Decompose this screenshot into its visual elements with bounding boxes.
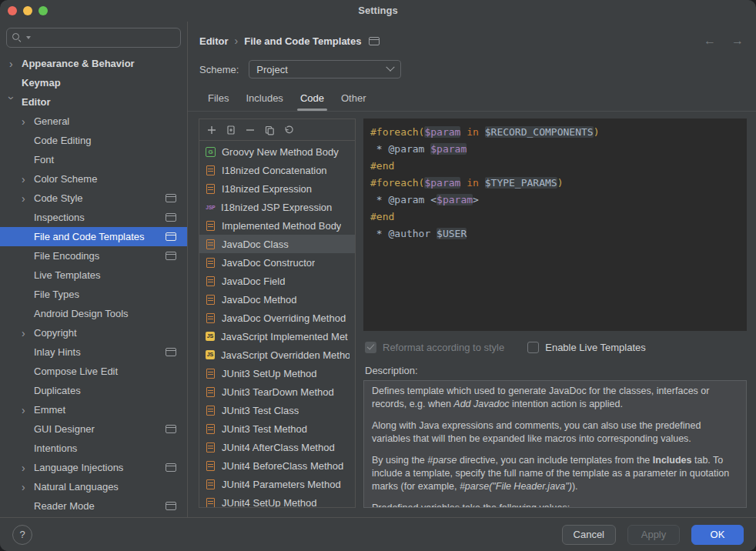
template-item-junit4-beforeclass-method[interactable]: JUnit4 BeforeClass Method — [199, 456, 355, 475]
chevron-right-icon[interactable]: › — [22, 482, 34, 493]
sidebar-item-file-and-code-templates[interactable]: ›File and Code Templates — [0, 227, 187, 246]
sidebar-item-font[interactable]: ›Font — [0, 150, 187, 169]
breadcrumb-editor[interactable]: Editor — [199, 35, 229, 47]
template-item-i18nized-expression[interactable]: I18nized Expression — [199, 179, 355, 198]
sidebar-item-file-encodings[interactable]: ›File Encodings — [0, 246, 187, 265]
search-history-chevron-icon[interactable] — [26, 36, 31, 39]
template-item-junit3-setup-method[interactable]: JUnit3 SetUp Method — [199, 364, 355, 382]
chevron-right-icon[interactable]: › — [22, 463, 34, 473]
tab-code[interactable]: Code — [292, 89, 333, 110]
template-item-junit4-parameters-method[interactable]: JUnit4 Parameters Method — [199, 475, 355, 493]
template-item-javadoc-field[interactable]: JavaDoc Field — [199, 272, 355, 290]
search-input[interactable] — [35, 32, 175, 45]
sidebar-item-code-style[interactable]: ›Code Style — [0, 189, 187, 208]
tab-includes[interactable]: Includes — [237, 89, 291, 110]
sidebar-item-reader-mode[interactable]: ›Reader Mode — [0, 496, 187, 516]
sidebar-item-label: Natural Languages — [34, 481, 119, 493]
sidebar-item-inlay-hints[interactable]: ›Inlay Hints — [0, 342, 187, 362]
sidebar-item-language-injections[interactable]: ›Language Injections — [0, 458, 187, 477]
template-panes: GGroovy New Method BodyI18nized Concaten… — [199, 119, 747, 508]
template-item-junit3-test-class[interactable]: JUnit3 Test Class — [199, 401, 355, 419]
template-item-i18nized-concatenation[interactable]: I18nized Concatenation — [199, 161, 355, 179]
sidebar-item-emmet[interactable]: ›Emmet — [0, 400, 187, 419]
chevron-right-icon[interactable]: › — [22, 405, 34, 416]
remove-template-icon[interactable] — [242, 122, 259, 139]
template-item-label: JUnit3 TearDown Method — [222, 386, 334, 398]
template-item-junit4-afterclass-method[interactable]: JUnit4 AfterClass Method — [199, 438, 355, 456]
chevron-right-icon[interactable]: › — [22, 193, 34, 204]
scheme-select[interactable]: Project — [249, 60, 401, 78]
screen-icon — [166, 502, 176, 510]
chevron-right-icon[interactable]: › — [22, 116, 34, 127]
chevron-right-icon[interactable]: › — [22, 174, 34, 185]
scheme-value: Project — [256, 64, 287, 75]
template-item-javascript-implemented-met[interactable]: JSJavaScript Implemented Met — [199, 327, 355, 346]
tab-files[interactable]: Files — [199, 89, 237, 110]
add-template-icon[interactable] — [203, 122, 220, 139]
sidebar-item-duplicates[interactable]: ›Duplicates — [0, 381, 187, 400]
apply-button[interactable]: Apply — [627, 525, 680, 545]
reformat-checkbox[interactable]: Reformat according to style — [365, 342, 504, 353]
template-item-label: Implemented Method Body — [222, 220, 341, 232]
template-item-junit3-test-method[interactable]: JUnit3 Test Method — [199, 419, 355, 438]
template-editor[interactable]: #foreach($param in $RECORD_COMPONENTS) *… — [363, 119, 747, 331]
template-item-javadoc-constructor[interactable]: JavaDoc Constructor — [199, 253, 355, 272]
chevron-right-icon[interactable]: › — [22, 328, 34, 339]
sidebar-item-android-design-tools[interactable]: ›Android Design Tools — [0, 304, 187, 323]
chevron-down-icon[interactable]: › — [6, 96, 17, 109]
checkbox-box-icon — [527, 342, 539, 353]
template-item-label: Groovy New Method Body — [222, 146, 339, 158]
sidebar-item-compose-live-edit[interactable]: ›Compose Live Edit — [0, 362, 187, 381]
template-item-label: JavaDoc Overriding Method — [222, 312, 346, 324]
template-item-javadoc-class[interactable]: JavaDoc Class — [199, 235, 355, 253]
template-item-label: JUnit4 BeforeClass Method — [222, 460, 343, 472]
template-item-javadoc-method[interactable]: JavaDoc Method — [199, 290, 355, 309]
template-template-icon — [206, 239, 215, 249]
sidebar-item-general[interactable]: ›General — [0, 112, 187, 131]
copy-template-icon[interactable] — [261, 122, 278, 139]
template-list-pane: GGroovy New Method BodyI18nized Concaten… — [199, 119, 356, 508]
template-item-junit4-setup-method[interactable]: JUnit4 SetUp Method — [199, 493, 355, 507]
forward-arrow-icon[interactable]: → — [731, 34, 744, 48]
description-panel[interactable]: Defines template which used to generate … — [363, 380, 747, 508]
reset-to-default-icon[interactable] — [280, 122, 297, 139]
screen-icon — [166, 463, 176, 472]
template-item-groovy-new-method-body[interactable]: GGroovy New Method Body — [199, 142, 355, 161]
chevron-right-icon[interactable]: › — [9, 58, 22, 69]
settings-search[interactable] — [6, 28, 181, 48]
screen-icon — [166, 232, 176, 241]
sidebar-item-copyright[interactable]: ›Copyright — [0, 323, 187, 342]
help-button[interactable]: ? — [12, 525, 32, 545]
sidebar-item-code-editing[interactable]: ›Code Editing — [0, 131, 187, 150]
template-item-label: JavaDoc Class — [222, 239, 289, 250]
sidebar-item-natural-languages[interactable]: ›Natural Languages — [0, 477, 187, 496]
tab-other[interactable]: Other — [333, 89, 375, 110]
template-template-icon — [206, 221, 215, 231]
template-item-i18nized-jsp-expression[interactable]: JSPI18nized JSP Expression — [199, 198, 355, 216]
sidebar-item-file-types[interactable]: ›File Types — [0, 285, 187, 304]
template-list-toolbar — [199, 119, 355, 141]
create-child-template-icon[interactable] — [222, 122, 239, 139]
code-line: * @author $USER — [370, 225, 740, 242]
template-item-javascript-overridden-metho[interactable]: JSJavaScript Overridden Metho — [199, 346, 355, 364]
ok-button[interactable]: OK — [691, 525, 744, 545]
sidebar-item-inspections[interactable]: ›Inspections — [0, 208, 187, 227]
template-item-javadoc-overriding-method[interactable]: JavaDoc Overriding Method — [199, 309, 355, 327]
template-item-implemented-method-body[interactable]: Implemented Method Body — [199, 216, 355, 235]
back-arrow-icon[interactable]: ← — [704, 34, 716, 48]
sidebar-item-gui-designer[interactable]: ›GUI Designer — [0, 419, 187, 439]
sidebar-item-editor[interactable]: ›Editor — [0, 92, 187, 112]
sidebar-item-keymap[interactable]: ›Keymap — [0, 73, 187, 92]
template-item-junit3-teardown-method[interactable]: JUnit3 TearDown Method — [199, 382, 355, 401]
sidebar-item-label: Language Injections — [34, 462, 123, 473]
sidebar-item-label: Font — [34, 154, 54, 165]
cancel-button[interactable]: Cancel — [562, 525, 616, 545]
sidebar-item-intentions[interactable]: ›Intentions — [0, 439, 187, 458]
sidebar-item-live-templates[interactable]: ›Live Templates — [0, 265, 187, 285]
code-line: #end — [370, 158, 740, 175]
screen-icon — [166, 348, 176, 356]
code-line: * @param <$param> — [370, 192, 740, 209]
sidebar-item-color-scheme[interactable]: ›Color Scheme — [0, 169, 187, 189]
enable-live-templates-checkbox[interactable]: Enable Live Templates — [527, 342, 646, 353]
sidebar-item-appearance-behavior[interactable]: ›Appearance & Behavior — [0, 54, 187, 73]
